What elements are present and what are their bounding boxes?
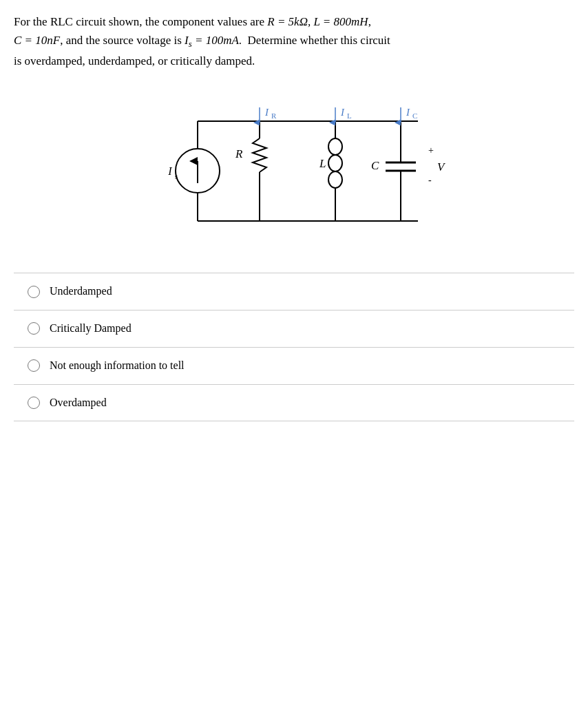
svg-text:-: - — [428, 175, 432, 185]
svg-text:C: C — [412, 112, 417, 120]
answer-section: Underdamped Critically Damped Not enough… — [14, 273, 574, 421]
label-overdamped[interactable]: Overdamped — [50, 394, 107, 412]
svg-text:L: L — [347, 112, 352, 120]
r-value: R = 5kΩ, L = 800mH — [267, 15, 368, 28]
option-underdamped[interactable]: Underdamped — [14, 273, 574, 311]
svg-text:R: R — [271, 112, 277, 120]
c-value: C = 10nF — [14, 34, 60, 47]
svg-text:C: C — [371, 159, 379, 172]
svg-text:+: + — [428, 145, 434, 156]
problem-statement: For the RLC circuit shown, the component… — [14, 12, 574, 70]
svg-text:I: I — [340, 107, 345, 118]
label-underdamped[interactable]: Underdamped — [50, 283, 112, 300]
label-not-enough-info[interactable]: Not enough information to tell — [50, 357, 185, 375]
svg-text:I: I — [264, 107, 269, 118]
svg-text:R: R — [235, 147, 243, 160]
radio-not-enough-info[interactable] — [28, 359, 40, 372]
label-critically-damped[interactable]: Critically Damped — [50, 320, 132, 337]
option-critically-damped[interactable]: Critically Damped — [14, 311, 574, 348]
circuit-diagram: I s I R R — [14, 87, 574, 245]
option-not-enough-info[interactable]: Not enough information to tell — [14, 348, 574, 385]
svg-text:L: L — [319, 157, 326, 170]
radio-underdamped[interactable] — [28, 286, 40, 298]
radio-critically-damped[interactable] — [28, 322, 40, 335]
svg-text:s: s — [175, 172, 178, 180]
svg-text:I: I — [406, 107, 410, 118]
svg-text:V: V — [437, 160, 446, 173]
radio-overdamped[interactable] — [28, 397, 40, 409]
is-value: Is = 100mA — [185, 34, 239, 47]
svg-text:I: I — [167, 165, 172, 177]
option-overdamped[interactable]: Overdamped — [14, 385, 574, 422]
